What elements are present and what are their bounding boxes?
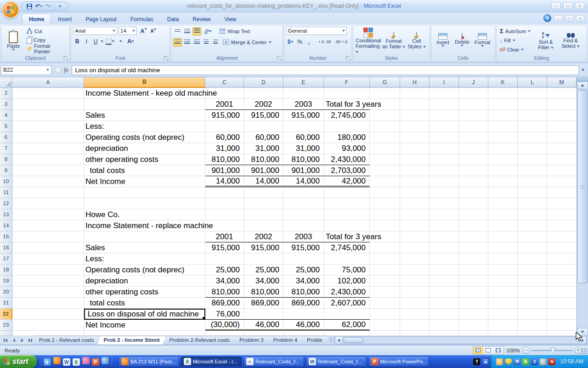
cell-K16[interactable] [488, 242, 518, 253]
vertical-scrollbar[interactable] [577, 77, 588, 336]
undo-icon[interactable]: ↶ [35, 2, 43, 10]
align-right-button[interactable] [192, 38, 201, 46]
cell-G12[interactable] [370, 198, 400, 209]
cell-H10[interactable] [400, 176, 430, 187]
cell-D14[interactable] [244, 220, 283, 231]
cell-A20[interactable] [12, 287, 84, 298]
cell-styles-button[interactable]: CellStyles [406, 27, 427, 55]
cell-A15[interactable] [12, 231, 84, 242]
cell-K20[interactable] [488, 287, 518, 298]
cell-L14[interactable] [518, 220, 547, 231]
column-header-I[interactable]: I [430, 77, 459, 88]
cell-F5[interactable] [324, 121, 370, 132]
cell-E4[interactable]: 915,000 [283, 110, 324, 121]
cell-L4[interactable] [518, 110, 547, 121]
cell-D7[interactable]: 31,000 [244, 143, 283, 154]
cell-D22[interactable] [244, 309, 283, 320]
tray-n-icon[interactable]: N [548, 358, 555, 365]
cell-C5[interactable] [205, 121, 244, 132]
accounting-format-button[interactable]: $ [286, 38, 295, 46]
cell-B18[interactable]: Operating costs (not deprec) [84, 264, 205, 276]
cell-B6[interactable]: Operating costs (not deprec) [84, 132, 205, 143]
fill-button[interactable]: ↓Fill [498, 36, 532, 45]
tab-insert[interactable]: Insert [51, 14, 79, 24]
row-header-9[interactable]: 9 [0, 165, 12, 176]
cell-E15[interactable]: 2003 [283, 231, 324, 242]
grow-font-button[interactable]: A▲ [138, 27, 147, 35]
cell-A3[interactable] [12, 99, 84, 110]
cell-I5[interactable] [430, 121, 459, 132]
cell-E5[interactable] [283, 121, 324, 132]
cell-B20[interactable]: other operating costs [84, 287, 205, 298]
cell-K12[interactable] [488, 198, 518, 209]
font-dialog-launcher-icon[interactable] [164, 56, 168, 60]
cell-D15[interactable]: 2002 [244, 231, 283, 242]
quick-launch-key-icon[interactable] [82, 357, 90, 366]
cell-I6[interactable] [430, 132, 459, 143]
cell-M8[interactable] [547, 154, 577, 165]
column-header-G[interactable]: G [370, 77, 400, 88]
tab-home[interactable]: Home [22, 14, 51, 24]
cell-C7[interactable]: 31,000 [205, 143, 244, 154]
cell-G19[interactable] [370, 276, 400, 287]
cell-K21[interactable] [488, 298, 518, 309]
cell-C19[interactable]: 34,000 [205, 276, 244, 287]
cell-F24[interactable] [324, 331, 370, 336]
cell-J17[interactable] [459, 253, 488, 264]
align-middle-button[interactable] [183, 27, 192, 35]
column-header-B[interactable]: B [84, 77, 205, 88]
cell-C8[interactable]: 810,000 [205, 154, 244, 165]
cell-G8[interactable] [370, 154, 400, 165]
cell-M16[interactable] [547, 242, 577, 253]
cell-F12[interactable] [324, 198, 370, 209]
cell-L12[interactable] [518, 198, 547, 209]
show-hidden-icons-icon[interactable]: ▲ [482, 358, 489, 365]
cell-H15[interactable] [400, 231, 430, 242]
last-sheet-icon[interactable] [27, 337, 34, 344]
row-header-19[interactable]: 19 [0, 276, 12, 287]
cell-F23[interactable]: 62,000 [324, 320, 370, 331]
format-as-table-button[interactable]: Formatas Table [382, 27, 405, 55]
cell-L5[interactable] [518, 121, 547, 132]
cell-H22[interactable] [400, 309, 430, 320]
clipboard-dialog-launcher-icon[interactable] [64, 56, 68, 60]
increase-indent-button[interactable] [211, 38, 220, 46]
column-header-C[interactable]: C [205, 77, 244, 88]
cell-E9[interactable]: 901,000 [283, 165, 324, 176]
row-header-5[interactable]: 5 [0, 121, 12, 132]
vertical-scroll-thumb[interactable] [577, 90, 588, 283]
select-all-button[interactable] [0, 77, 12, 88]
row-header-18[interactable]: 18 [0, 264, 12, 276]
cell-F3[interactable]: Total for 3 years [324, 99, 370, 110]
cell-J6[interactable] [459, 132, 488, 143]
cell-F11[interactable] [324, 187, 370, 198]
page-layout-view-button[interactable] [483, 347, 493, 354]
cell-I10[interactable] [430, 176, 459, 187]
cell-I9[interactable] [430, 165, 459, 176]
cell-H14[interactable] [400, 220, 430, 231]
cell-M24[interactable] [547, 331, 577, 336]
vertical-scroll-track[interactable] [577, 89, 588, 328]
cell-G17[interactable] [370, 253, 400, 264]
cell-M4[interactable] [547, 110, 577, 121]
align-center-button[interactable] [183, 38, 192, 46]
cell-B22[interactable]: Loss on disposal of old machine [84, 309, 205, 320]
cell-H23[interactable] [400, 320, 430, 331]
cell-F20[interactable]: 2,430,000 [324, 287, 370, 298]
cell-M10[interactable] [547, 176, 577, 187]
cell-E12[interactable] [283, 198, 324, 209]
row-header-3[interactable]: 3 [0, 99, 12, 110]
cell-M21[interactable] [547, 298, 577, 309]
cell-J10[interactable] [459, 176, 488, 187]
cell-K15[interactable] [488, 231, 518, 242]
cell-K18[interactable] [488, 264, 518, 276]
tab-view[interactable]: View [217, 14, 243, 24]
vertical-split-handle[interactable] [577, 77, 588, 81]
cell-K5[interactable] [488, 121, 518, 132]
column-header-A[interactable]: A [12, 77, 84, 88]
cell-G21[interactable] [370, 298, 400, 309]
cell-D4[interactable]: 915,000 [244, 110, 283, 121]
cell-L9[interactable] [518, 165, 547, 176]
cell-H8[interactable] [400, 154, 430, 165]
font-color-button[interactable]: A [126, 37, 136, 46]
